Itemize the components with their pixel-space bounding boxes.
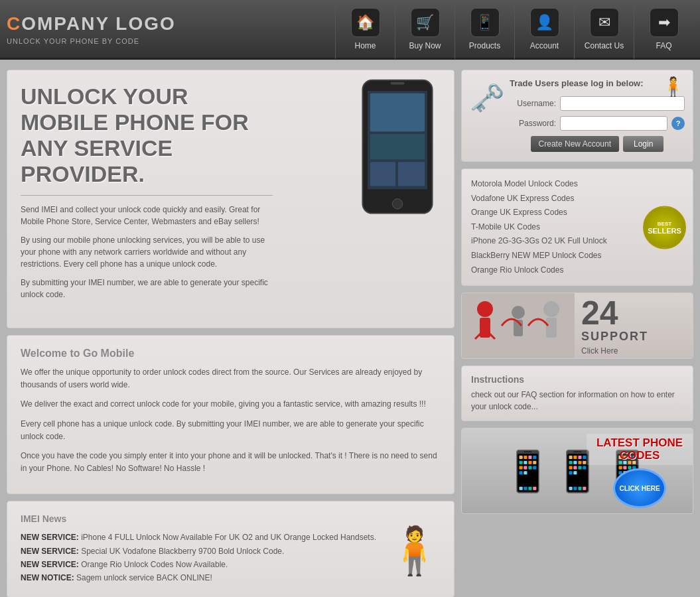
login-panel: 🗝️ 🧍 Trade Users please log in below: Us…	[461, 70, 693, 162]
hero-headline: Unlock Your Mobile Phone For Any Service…	[21, 84, 281, 187]
news-panel: IMEI News NEW SERVICE: iPhone 4 FULL Unl…	[7, 501, 455, 597]
support-panel: 24 SUPPORT Click Here	[461, 293, 693, 359]
instructions-title: Instructions	[471, 374, 683, 385]
nav-item-contact-us[interactable]: ✉Contact Us	[574, 0, 634, 59]
key-icon: 🗝️	[470, 82, 504, 114]
logo-title: COMPANY LOGO	[7, 13, 206, 34]
password-input[interactable]	[560, 116, 667, 131]
main-nav: 🏠Home🛒Buy Now📱Products👤Account✉Contact U…	[206, 0, 693, 59]
bestseller-item-0[interactable]: Motorola Model Unlock Codes	[471, 177, 683, 192]
nav-label-faq: FAQ	[656, 41, 671, 50]
support-graphic	[462, 293, 575, 359]
news-figure: 🧍	[387, 511, 441, 590]
logo-area: COMPANY LOGO UNLOCK YOUR PHONE BY CODE	[7, 13, 206, 45]
main-wrapper: Unlock Your Mobile Phone For Any Service…	[0, 60, 700, 597]
nav-label-buy-now: Buy Now	[409, 41, 441, 50]
nav-label-products: Products	[469, 41, 500, 50]
help-icon[interactable]: ?	[671, 117, 685, 130]
username-input[interactable]	[560, 96, 685, 111]
bestseller-item-1[interactable]: Vodafone UK Express Codes	[471, 192, 683, 206]
hero-desc3: By submitting your IMEI number, we are a…	[21, 277, 281, 300]
svg-rect-8	[390, 82, 404, 85]
username-label: Username:	[510, 99, 556, 108]
latest-panel: 📱📱📱 LATEST PHONE CODES CLICK HERE	[461, 428, 693, 514]
nav-label-contact-us: Contact Us	[585, 41, 624, 50]
nav-item-products[interactable]: 📱Products	[455, 0, 514, 59]
latest-click-button[interactable]: CLICK HERE	[613, 468, 666, 508]
bestsellers-badge: BEST SELLERS	[643, 206, 686, 249]
welcome-p3: Every cell phone has a unique unlock cod…	[21, 418, 441, 443]
news-item-1: NEW SERVICE: Special UK Vodafone Blackbe…	[21, 545, 441, 558]
news-item-0: NEW SERVICE: iPhone 4 FULL Unlock Now Av…	[21, 531, 441, 544]
buy-now-icon: 🛒	[411, 8, 440, 37]
instructions-panel: Instructions check out our FAQ section f…	[461, 365, 693, 421]
badge-best: BEST	[658, 220, 671, 226]
logo-subtitle: UNLOCK YOUR PHONE BY CODE	[7, 37, 206, 45]
bestsellers-panel: Motorola Model Unlock CodesVodafone UK E…	[461, 168, 693, 286]
svg-rect-4	[370, 134, 425, 159]
header: COMPANY LOGO UNLOCK YOUR PHONE BY CODE 🏠…	[0, 0, 700, 60]
welcome-p2: We deliver the exact and correct unlock …	[21, 398, 441, 411]
hero-desc1: Send IMEI and collect your unlock code q…	[21, 204, 281, 228]
support-link[interactable]: Click Here	[581, 346, 648, 356]
news-title: IMEI News	[21, 513, 441, 524]
hero-panel: Unlock Your Mobile Phone For Any Service…	[7, 70, 455, 328]
welcome-title: Welcome to Go Mobile	[21, 348, 441, 360]
left-column: Unlock Your Mobile Phone For Any Service…	[7, 70, 455, 597]
instructions-text: check out our FAQ section for informatio…	[471, 389, 683, 413]
avatar-icon: 🧍	[662, 76, 685, 98]
login-header: Trade Users please log in below:	[510, 78, 685, 88]
welcome-p1: We offer the unique opportunity to order…	[21, 366, 441, 391]
hero-desc2: By using our mobile phone unlocking serv…	[21, 234, 281, 270]
svg-point-9	[477, 301, 493, 317]
svg-rect-10	[480, 318, 490, 338]
news-items: NEW SERVICE: iPhone 4 FULL Unlock Now Av…	[21, 531, 441, 585]
username-row: Username:	[510, 96, 685, 111]
hero-divider	[21, 195, 273, 196]
svg-point-13	[512, 306, 525, 319]
account-icon: 👤	[530, 8, 559, 37]
svg-rect-3	[370, 94, 425, 131]
password-row: Password: ?	[510, 116, 685, 131]
welcome-panel: Welcome to Go Mobile We offer the unique…	[7, 335, 455, 494]
nav-item-account[interactable]: 👤Account	[514, 0, 574, 59]
svg-rect-6	[398, 162, 425, 186]
right-column: 🗝️ 🧍 Trade Users please log in below: Us…	[461, 70, 693, 597]
support-text: 24 SUPPORT Click Here	[575, 293, 655, 359]
news-item-2: NEW SERVICE: Orange Rio Unlock Codes Now…	[21, 558, 441, 571]
create-account-button[interactable]: Create New Account	[531, 136, 619, 152]
svg-point-7	[392, 199, 402, 209]
svg-rect-16	[546, 318, 557, 338]
login-buttons: Create New Account Login	[510, 136, 685, 152]
nav-item-faq[interactable]: ➡FAQ	[634, 0, 693, 59]
contact-us-icon: ✉	[590, 8, 619, 37]
bestseller-item-6[interactable]: Orange Rio Unlock Codes	[471, 263, 683, 278]
nav-label-account: Account	[530, 41, 559, 50]
bestseller-item-5[interactable]: BlackBerry NEW MEP Unlock Codes	[471, 249, 683, 263]
svg-point-15	[543, 301, 559, 317]
latest-text-area: LATEST PHONE CODES CLICK HERE	[587, 429, 693, 513]
logo-c: C	[7, 13, 21, 34]
support-number: 24	[581, 297, 648, 330]
phone-image	[354, 77, 441, 210]
products-icon: 📱	[470, 8, 500, 37]
badge-sellers: SELLERS	[648, 226, 681, 234]
faq-icon: ➡	[650, 8, 679, 37]
nav-item-home[interactable]: 🏠Home	[335, 0, 395, 59]
welcome-p4: Once you have the code you simply enter …	[21, 450, 441, 475]
support-label: SUPPORT	[581, 330, 648, 344]
svg-rect-5	[370, 162, 395, 186]
password-label: Password:	[510, 119, 556, 128]
nav-item-buy-now[interactable]: 🛒Buy Now	[395, 0, 455, 59]
home-icon: 🏠	[351, 8, 380, 37]
news-item-3: NEW NOTICE: Sagem unlock service BACK ON…	[21, 571, 441, 584]
login-button[interactable]: Login	[623, 136, 664, 152]
latest-headline: LATEST PHONE CODES	[587, 434, 693, 465]
nav-label-home: Home	[354, 41, 376, 50]
